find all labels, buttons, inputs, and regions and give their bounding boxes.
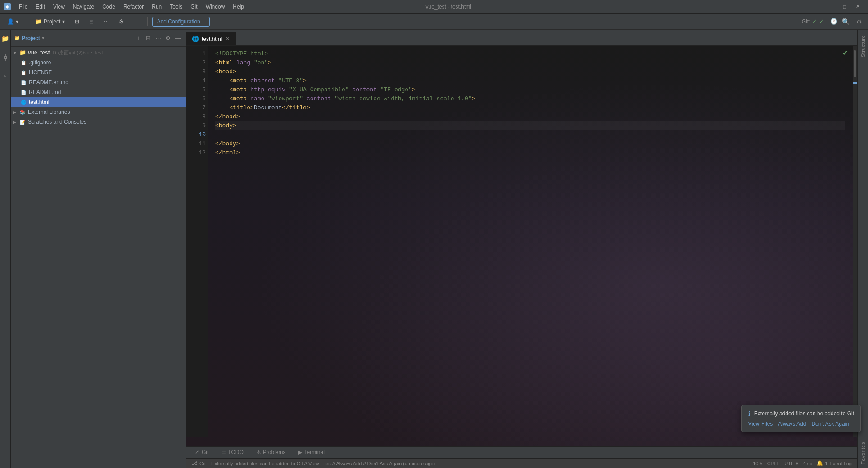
license-icon: 📋 <box>20 69 27 76</box>
expand-btn[interactable]: ⊞ <box>71 17 83 26</box>
sidebar-header-actions: + ⊟ ⋯ ⚙ — <box>134 34 182 43</box>
breadcrumb-separator-1: › <box>204 439 206 445</box>
sidebar-minimize-btn[interactable]: — <box>173 34 182 43</box>
line-num-6: 6 <box>190 94 206 104</box>
root-path: D:\桌面\git (2)\vue_test <box>53 50 103 56</box>
maximize-button[interactable]: □ <box>838 2 851 11</box>
toast-always-add-button[interactable]: Always Add <box>778 421 806 427</box>
tree-gitignore-item[interactable]: 📋 .gitignore <box>11 58 186 68</box>
profile-button[interactable]: 👤 ▾ <box>4 17 22 26</box>
code-line-3: <head> <box>215 68 845 76</box>
bottom-tab-git[interactable]: ⎇ Git <box>190 446 212 458</box>
code-line-11: </body> <box>215 140 845 148</box>
collapse-btn[interactable]: ⊟ <box>86 17 97 26</box>
bottom-tab-problems[interactable]: ⚠ Problems <box>253 446 289 458</box>
line-num-3: 3 <box>190 68 206 76</box>
collapse-all-btn[interactable]: ⊟ <box>144 34 153 43</box>
sidebar-dots-btn[interactable]: ⋯ <box>154 34 163 43</box>
line-num-5: 5 <box>190 86 206 94</box>
menu-git[interactable]: Git <box>187 3 201 11</box>
menu-tools[interactable]: Tools <box>166 3 186 11</box>
sidebar-caret-icon[interactable]: ▾ <box>42 35 45 41</box>
settings-gear-btn[interactable]: ⚙ <box>115 17 127 26</box>
toast-view-files-button[interactable]: View Files <box>748 421 773 427</box>
activity-branches-icon[interactable]: ⑂ <box>0 69 10 84</box>
line-num-2: 2 <box>190 58 206 68</box>
bottom-tab-terminal[interactable]: ▶ Terminal <box>294 446 328 458</box>
favorites-panel-label[interactable]: Favorites <box>859 438 867 468</box>
readme-en-label: README.en.md <box>29 79 68 86</box>
minimize-panel-btn[interactable]: — <box>130 17 143 26</box>
global-settings-button[interactable]: ⚙ <box>854 16 864 27</box>
menu-navigate[interactable]: Navigate <box>69 3 98 11</box>
menu-help[interactable]: Help <box>229 3 248 11</box>
toolbar-right: 🔍 ⚙ <box>840 16 864 27</box>
tab-testhtml[interactable]: 🌐 test.html ✕ <box>186 32 236 45</box>
menu-code[interactable]: Code <box>99 3 119 11</box>
project-dropdown[interactable]: 📁 Project ▾ <box>32 17 68 26</box>
app-icon: ◆ <box>4 3 11 10</box>
add-file-btn[interactable]: + <box>134 34 143 43</box>
dots-btn[interactable]: ⋯ <box>100 17 113 26</box>
line-ending[interactable]: CRLF <box>765 461 782 466</box>
file-check-indicator: ✔ <box>841 48 850 58</box>
git-push-icon: ↑ <box>826 18 829 25</box>
menu-file[interactable]: File <box>15 3 31 11</box>
svg-point-0 <box>4 56 7 59</box>
menu-refactor[interactable]: Refactor <box>120 3 147 11</box>
close-button[interactable]: ✕ <box>852 2 864 11</box>
code-line-9: <body> <box>215 122 845 130</box>
tree-external-libs-item[interactable]: ▶ 📚 External Libraries <box>11 107 186 117</box>
tree-root-item[interactable]: ▼ 📁 vue_test D:\桌面\git (2)\vue_test <box>11 48 186 58</box>
readme-en-icon: 📄 <box>20 79 27 86</box>
sidebar-gear-btn[interactable]: ⚙ <box>163 34 172 43</box>
menu-run[interactable]: Run <box>148 3 165 11</box>
tree-readme-en-item[interactable]: 📄 README.en.md <box>11 77 186 87</box>
editor-scrollbar[interactable] <box>853 46 857 436</box>
encoding[interactable]: UTF-8 <box>782 461 800 466</box>
code-line-5: <meta http-equiv="X-UA-Compatible" conte… <box>215 86 845 94</box>
indent-size[interactable]: 4 sp <box>801 461 814 466</box>
sidebar-project-label: Project <box>22 35 40 41</box>
code-line-7: <title>Document</title> <box>215 104 845 112</box>
sidebar-project-folder-icon: 📁 <box>14 36 20 40</box>
tree-readme-item[interactable]: 📄 README.md <box>11 87 186 97</box>
git-branch-label: Git <box>199 461 206 466</box>
breadcrumb-html[interactable]: html <box>192 439 201 445</box>
breadcrumb-body[interactable]: body <box>208 439 219 445</box>
minimize-button[interactable]: ─ <box>825 2 837 11</box>
profile-icon: 👤 <box>7 18 14 25</box>
menu-view[interactable]: View <box>50 3 68 11</box>
menu-edit[interactable]: Edit <box>32 3 49 11</box>
cursor-position[interactable]: 10:5 <box>751 461 764 466</box>
code-line-2: <html lang="en"> <box>215 58 845 68</box>
toolbar-separator-1 <box>27 17 27 26</box>
code-line-10 <box>215 130 845 140</box>
status-git-icon[interactable]: ⎇ Git <box>190 460 208 466</box>
profile-caret: ▾ <box>16 18 18 25</box>
menu-window[interactable]: Window <box>202 3 229 11</box>
readme-icon: 📄 <box>20 89 27 96</box>
event-log[interactable]: 🔔 1 Event Log <box>815 460 854 466</box>
bottom-tabs-bar: ⎇ Git ☰ TODO ⚠ Problems ▶ Terminal <box>186 446 857 458</box>
toast-actions: View Files Always Add Don't Ask Again <box>748 421 854 427</box>
line-num-9: 9 <box>190 122 206 130</box>
search-button[interactable]: 🔍 <box>840 16 851 27</box>
toast-dont-ask-button[interactable]: Don't Ask Again <box>811 421 849 427</box>
tree-scratches-item[interactable]: ▶ 📝 Scratches and Consoles <box>11 117 186 127</box>
line-num-8: 8 <box>190 112 206 122</box>
git-tab-label: Git <box>202 449 208 455</box>
scrollbar-thumb[interactable] <box>854 50 856 77</box>
git-history-icon: 🕐 <box>830 18 837 25</box>
tree-license-item[interactable]: 📋 LICENSE <box>11 68 186 77</box>
activity-project-icon[interactable]: 📁 <box>0 32 10 46</box>
activity-commit-icon[interactable] <box>0 50 10 65</box>
tab-close-button[interactable]: ✕ <box>225 35 231 43</box>
code-editor[interactable]: <!DOCTYPE html> <html lang="en"> <head> … <box>208 46 853 436</box>
tree-testhtml-item[interactable]: 🌐 test.html <box>11 97 186 107</box>
terminal-tab-icon: ▶ <box>298 449 302 455</box>
structure-panel-label[interactable]: Structure <box>859 32 867 61</box>
bottom-tab-todo[interactable]: ☰ TODO <box>217 446 247 458</box>
scratches-icon: 📝 <box>19 118 26 126</box>
add-configuration-button[interactable]: Add Configuration... <box>152 17 210 27</box>
